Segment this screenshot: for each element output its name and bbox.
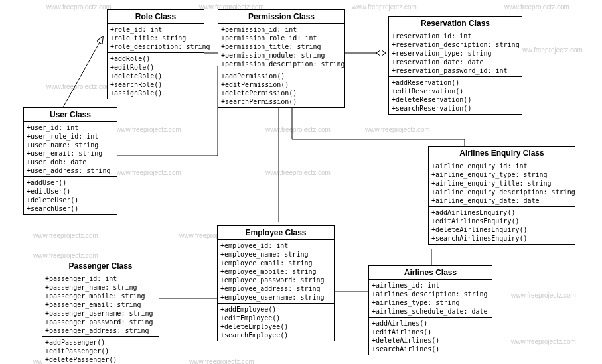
passenger-ops: +addPassenger()+editPassenger()+deletePa… (42, 337, 159, 364)
class-member: +deleteReservation() (392, 95, 519, 104)
user-class: User Class +user_id: int+user_role_id: i… (23, 107, 117, 215)
class-member: +role_title: string (110, 34, 201, 42)
class-member: +deleteEmployee() (220, 322, 331, 331)
reservation-class: Reservation Class +reservation_id: int+r… (388, 16, 522, 115)
class-member: +airlines_id: int (372, 281, 489, 290)
class-member: +passenger_email: string (45, 300, 156, 309)
class-member: +reservation_type: string (392, 49, 519, 58)
watermark: www.freeprojectz.com (518, 46, 583, 54)
class-member: +deleteAirlinesEnquiry() (431, 225, 572, 234)
class-title: Role Class (108, 10, 204, 24)
class-member: +passenger_address: string (45, 326, 156, 335)
watermark: www.freeprojectz.com (116, 126, 181, 133)
role-ops: +addRole()+editRole()+deleteRole()+searc… (108, 53, 204, 99)
class-title: Reservation Class (389, 17, 522, 30)
class-member: +airlines_type: string (372, 298, 489, 307)
class-member: +searchUser() (27, 204, 114, 213)
passenger-attrs: +passenger_id: int+passenger_name: strin… (42, 273, 159, 337)
class-member: +permission_module: string (221, 51, 342, 60)
watermark: www.freeprojectz.com (365, 126, 430, 133)
class-member: +airline_enquiry_date: date (431, 196, 572, 205)
enquiry-ops: +addAirlinesEnquiry()+editAirlinesEnquir… (429, 207, 575, 244)
class-member: +employee_mobile: string (220, 267, 331, 276)
permission-class: Permission Class +permission_id: int+per… (218, 9, 345, 108)
class-member: +searchReservation() (392, 104, 519, 113)
class-member: +deleteRole() (110, 72, 201, 80)
watermark: www.freeprojectz.com (116, 169, 181, 176)
class-member: +editPermission() (221, 80, 342, 89)
class-member: +user_email: string (27, 149, 114, 158)
class-member: +employee_address: string (220, 284, 331, 293)
class-title: User Class (24, 108, 117, 122)
class-member: +user_id: int (27, 123, 114, 132)
class-member: +user_dob: date (27, 158, 114, 166)
class-member: +passenger_password: string (45, 318, 156, 326)
class-member: +editUser() (27, 187, 114, 196)
employee-class: Employee Class +employee_id: int+employe… (217, 225, 335, 341)
class-member: +searchAirlinesEnquiry() (431, 234, 572, 243)
class-member: +user_address: string (27, 166, 114, 175)
class-title: Airlines Class (369, 266, 492, 280)
class-member: +reservation_id: int (392, 32, 519, 40)
class-member: +airlines_description: string (372, 290, 489, 298)
class-member: +airline_enquiry_description: string (431, 188, 572, 196)
watermark: www.freeprojectz.com (46, 3, 112, 11)
user-attrs: +user_id: int+user_role_id: int+user_nam… (24, 122, 117, 177)
role-class: Role Class +role_id: int+role_title: str… (107, 9, 204, 99)
class-title: Airlines Enquiry Class (429, 147, 575, 160)
class-member: +user_name: string (27, 141, 114, 149)
class-member: +editAirlines() (372, 328, 489, 336)
class-member: +addAirlines() (372, 319, 489, 328)
class-member: +airlines_schedule_date: date (372, 307, 489, 316)
class-member: +reservation_date: date (392, 58, 519, 66)
class-member: +deletePermission() (221, 89, 342, 97)
watermark: www.freeprojectz.com (33, 232, 98, 239)
class-member: +addPassenger() (45, 338, 156, 347)
class-member: +editAirlinesEnquiry() (431, 217, 572, 225)
class-member: +searchPermission() (221, 97, 342, 106)
class-member: +employee_id: int (220, 241, 331, 250)
class-member: +editPassenger() (45, 347, 156, 355)
class-member: +addPermission() (221, 72, 342, 80)
role-attrs: +role_id: int+role_title: string+role_de… (108, 24, 204, 53)
class-member: +assignRole() (110, 89, 201, 97)
class-member: +reservation_description: string (392, 40, 519, 49)
airlines-ops: +addAirlines()+editAirlines()+deleteAirl… (369, 318, 492, 355)
class-member: +deleteAirlines() (372, 336, 489, 345)
class-member: +permission_description: string (221, 60, 342, 68)
reservation-attrs: +reservation_id: int+reservation_descrip… (389, 30, 522, 77)
class-member: +airline_enquiry_title: string (431, 179, 572, 188)
class-member: +addEmployee() (220, 305, 331, 314)
class-member: +employee_username: string (220, 293, 331, 302)
employee-ops: +addEmployee()+editEmployee()+deleteEmpl… (218, 304, 334, 341)
class-member: +searchAirlines() (372, 345, 489, 353)
class-member: +employee_password: string (220, 276, 331, 284)
passenger-class: Passenger Class +passenger_id: int+passe… (42, 259, 159, 364)
class-member: +editReservation() (392, 87, 519, 95)
watermark: www.freeprojectz.com (511, 338, 576, 345)
class-member: +passenger_mobile: string (45, 292, 156, 300)
class-member: +airline_enquiry_id: int (431, 162, 572, 170)
enquiry-attrs: +airline_enquiry_id: int+airline_enquiry… (429, 160, 575, 207)
class-member: +permission_id: int (221, 25, 342, 34)
svg-line-0 (63, 36, 103, 107)
class-title: Passenger Class (42, 259, 159, 273)
class-member: +permission_role_id: int (221, 34, 342, 42)
class-member: +permission_title: string (221, 42, 342, 51)
class-member: +searchEmployee() (220, 331, 331, 339)
airlines-class: Airlines Class +airlines_id: int+airline… (368, 265, 492, 355)
reservation-ops: +addReservation()+editReservation()+dele… (389, 77, 522, 114)
class-member: +deletePassenger() (45, 355, 156, 364)
class-member: +employee_name: string (220, 250, 331, 259)
user-ops: +addUser()+editUser()+deleteUser()+searc… (24, 177, 117, 214)
watermark: www.freeprojectz.com (504, 3, 569, 11)
watermark: www.freeprojectz.com (189, 358, 254, 364)
class-member: +role_description: string (110, 42, 201, 51)
class-member: +user_role_id: int (27, 132, 114, 141)
airlines-attrs: +airlines_id: int+airlines_description: … (369, 280, 492, 318)
class-member: +addReservation() (392, 78, 519, 87)
employee-attrs: +employee_id: int+employee_name: string+… (218, 240, 334, 304)
watermark: www.freeprojectz.com (511, 292, 576, 299)
watermark: www.freeprojectz.com (265, 169, 331, 176)
class-member: +passenger_username: string (45, 309, 156, 318)
